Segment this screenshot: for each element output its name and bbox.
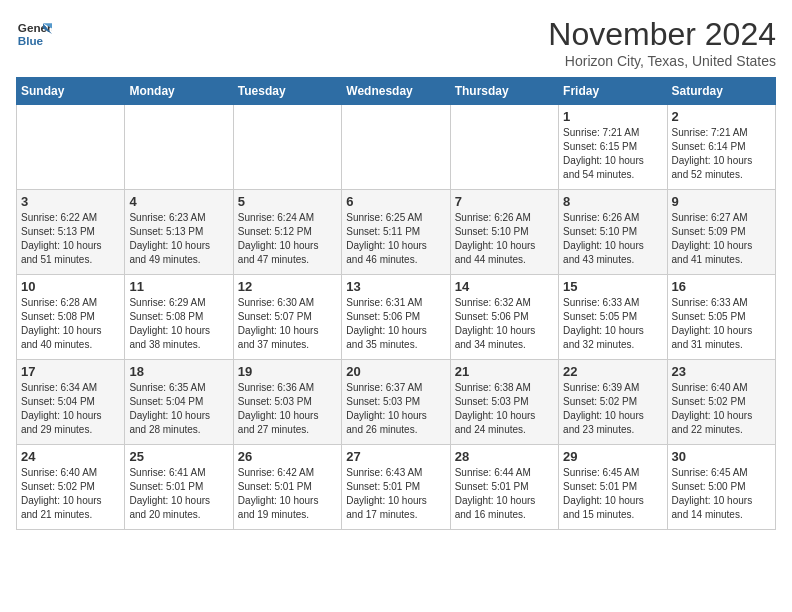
day-info: Sunrise: 6:33 AM Sunset: 5:05 PM Dayligh… [563, 296, 662, 352]
day-number: 15 [563, 279, 662, 294]
day-info: Sunrise: 6:24 AM Sunset: 5:12 PM Dayligh… [238, 211, 337, 267]
calendar-cell: 11Sunrise: 6:29 AM Sunset: 5:08 PM Dayli… [125, 275, 233, 360]
day-number: 19 [238, 364, 337, 379]
calendar-cell: 14Sunrise: 6:32 AM Sunset: 5:06 PM Dayli… [450, 275, 558, 360]
calendar-cell: 10Sunrise: 6:28 AM Sunset: 5:08 PM Dayli… [17, 275, 125, 360]
day-info: Sunrise: 6:34 AM Sunset: 5:04 PM Dayligh… [21, 381, 120, 437]
day-number: 22 [563, 364, 662, 379]
calendar-cell [125, 105, 233, 190]
day-info: Sunrise: 6:22 AM Sunset: 5:13 PM Dayligh… [21, 211, 120, 267]
day-number: 14 [455, 279, 554, 294]
calendar-cell: 4Sunrise: 6:23 AM Sunset: 5:13 PM Daylig… [125, 190, 233, 275]
calendar-cell: 19Sunrise: 6:36 AM Sunset: 5:03 PM Dayli… [233, 360, 341, 445]
svg-text:General: General [18, 21, 52, 34]
weekday-header-thursday: Thursday [450, 78, 558, 105]
svg-text:Blue: Blue [18, 34, 44, 47]
calendar-cell: 9Sunrise: 6:27 AM Sunset: 5:09 PM Daylig… [667, 190, 775, 275]
day-info: Sunrise: 6:27 AM Sunset: 5:09 PM Dayligh… [672, 211, 771, 267]
calendar-cell: 30Sunrise: 6:45 AM Sunset: 5:00 PM Dayli… [667, 445, 775, 530]
day-info: Sunrise: 6:32 AM Sunset: 5:06 PM Dayligh… [455, 296, 554, 352]
day-info: Sunrise: 6:38 AM Sunset: 5:03 PM Dayligh… [455, 381, 554, 437]
day-number: 7 [455, 194, 554, 209]
calendar-cell: 28Sunrise: 6:44 AM Sunset: 5:01 PM Dayli… [450, 445, 558, 530]
calendar-cell [233, 105, 341, 190]
calendar-cell: 6Sunrise: 6:25 AM Sunset: 5:11 PM Daylig… [342, 190, 450, 275]
calendar-cell: 26Sunrise: 6:42 AM Sunset: 5:01 PM Dayli… [233, 445, 341, 530]
day-number: 9 [672, 194, 771, 209]
calendar-cell: 7Sunrise: 6:26 AM Sunset: 5:10 PM Daylig… [450, 190, 558, 275]
weekday-header-monday: Monday [125, 78, 233, 105]
calendar-cell: 22Sunrise: 6:39 AM Sunset: 5:02 PM Dayli… [559, 360, 667, 445]
day-number: 27 [346, 449, 445, 464]
day-number: 12 [238, 279, 337, 294]
calendar-cell: 24Sunrise: 6:40 AM Sunset: 5:02 PM Dayli… [17, 445, 125, 530]
calendar-cell [17, 105, 125, 190]
day-info: Sunrise: 6:35 AM Sunset: 5:04 PM Dayligh… [129, 381, 228, 437]
day-number: 18 [129, 364, 228, 379]
logo: General Blue [16, 16, 52, 52]
calendar-week-4: 17Sunrise: 6:34 AM Sunset: 5:04 PM Dayli… [17, 360, 776, 445]
day-number: 25 [129, 449, 228, 464]
day-number: 3 [21, 194, 120, 209]
calendar-cell: 3Sunrise: 6:22 AM Sunset: 5:13 PM Daylig… [17, 190, 125, 275]
calendar-cell: 5Sunrise: 6:24 AM Sunset: 5:12 PM Daylig… [233, 190, 341, 275]
day-info: Sunrise: 6:26 AM Sunset: 5:10 PM Dayligh… [563, 211, 662, 267]
day-number: 13 [346, 279, 445, 294]
day-info: Sunrise: 7:21 AM Sunset: 6:15 PM Dayligh… [563, 126, 662, 182]
day-info: Sunrise: 6:41 AM Sunset: 5:01 PM Dayligh… [129, 466, 228, 522]
calendar-week-2: 3Sunrise: 6:22 AM Sunset: 5:13 PM Daylig… [17, 190, 776, 275]
calendar-cell: 16Sunrise: 6:33 AM Sunset: 5:05 PM Dayli… [667, 275, 775, 360]
calendar-cell: 2Sunrise: 7:21 AM Sunset: 6:14 PM Daylig… [667, 105, 775, 190]
calendar-cell [342, 105, 450, 190]
day-info: Sunrise: 6:29 AM Sunset: 5:08 PM Dayligh… [129, 296, 228, 352]
logo-icon: General Blue [16, 16, 52, 52]
day-number: 28 [455, 449, 554, 464]
weekday-header-saturday: Saturday [667, 78, 775, 105]
day-info: Sunrise: 6:37 AM Sunset: 5:03 PM Dayligh… [346, 381, 445, 437]
day-number: 17 [21, 364, 120, 379]
day-info: Sunrise: 6:30 AM Sunset: 5:07 PM Dayligh… [238, 296, 337, 352]
calendar-cell: 23Sunrise: 6:40 AM Sunset: 5:02 PM Dayli… [667, 360, 775, 445]
day-info: Sunrise: 6:23 AM Sunset: 5:13 PM Dayligh… [129, 211, 228, 267]
day-info: Sunrise: 6:28 AM Sunset: 5:08 PM Dayligh… [21, 296, 120, 352]
calendar-header: SundayMondayTuesdayWednesdayThursdayFrid… [17, 78, 776, 105]
day-number: 5 [238, 194, 337, 209]
calendar-cell [450, 105, 558, 190]
day-number: 10 [21, 279, 120, 294]
calendar-cell: 8Sunrise: 6:26 AM Sunset: 5:10 PM Daylig… [559, 190, 667, 275]
day-info: Sunrise: 6:25 AM Sunset: 5:11 PM Dayligh… [346, 211, 445, 267]
day-info: Sunrise: 6:39 AM Sunset: 5:02 PM Dayligh… [563, 381, 662, 437]
calendar-cell: 29Sunrise: 6:45 AM Sunset: 5:01 PM Dayli… [559, 445, 667, 530]
day-number: 1 [563, 109, 662, 124]
calendar-cell: 18Sunrise: 6:35 AM Sunset: 5:04 PM Dayli… [125, 360, 233, 445]
calendar-cell: 27Sunrise: 6:43 AM Sunset: 5:01 PM Dayli… [342, 445, 450, 530]
calendar-cell: 25Sunrise: 6:41 AM Sunset: 5:01 PM Dayli… [125, 445, 233, 530]
day-number: 23 [672, 364, 771, 379]
calendar-cell: 12Sunrise: 6:30 AM Sunset: 5:07 PM Dayli… [233, 275, 341, 360]
day-info: Sunrise: 6:26 AM Sunset: 5:10 PM Dayligh… [455, 211, 554, 267]
day-info: Sunrise: 6:45 AM Sunset: 5:00 PM Dayligh… [672, 466, 771, 522]
weekday-header-friday: Friday [559, 78, 667, 105]
weekday-row: SundayMondayTuesdayWednesdayThursdayFrid… [17, 78, 776, 105]
day-info: Sunrise: 6:40 AM Sunset: 5:02 PM Dayligh… [21, 466, 120, 522]
calendar-cell: 21Sunrise: 6:38 AM Sunset: 5:03 PM Dayli… [450, 360, 558, 445]
day-number: 26 [238, 449, 337, 464]
calendar-cell: 15Sunrise: 6:33 AM Sunset: 5:05 PM Dayli… [559, 275, 667, 360]
day-info: Sunrise: 7:21 AM Sunset: 6:14 PM Dayligh… [672, 126, 771, 182]
day-number: 24 [21, 449, 120, 464]
location-subtitle: Horizon City, Texas, United States [548, 53, 776, 69]
day-number: 11 [129, 279, 228, 294]
day-number: 4 [129, 194, 228, 209]
day-number: 2 [672, 109, 771, 124]
calendar-body: 1Sunrise: 7:21 AM Sunset: 6:15 PM Daylig… [17, 105, 776, 530]
day-number: 21 [455, 364, 554, 379]
day-number: 8 [563, 194, 662, 209]
day-info: Sunrise: 6:44 AM Sunset: 5:01 PM Dayligh… [455, 466, 554, 522]
calendar-cell: 17Sunrise: 6:34 AM Sunset: 5:04 PM Dayli… [17, 360, 125, 445]
weekday-header-wednesday: Wednesday [342, 78, 450, 105]
weekday-header-tuesday: Tuesday [233, 78, 341, 105]
day-number: 20 [346, 364, 445, 379]
day-info: Sunrise: 6:36 AM Sunset: 5:03 PM Dayligh… [238, 381, 337, 437]
calendar-week-3: 10Sunrise: 6:28 AM Sunset: 5:08 PM Dayli… [17, 275, 776, 360]
calendar-week-1: 1Sunrise: 7:21 AM Sunset: 6:15 PM Daylig… [17, 105, 776, 190]
